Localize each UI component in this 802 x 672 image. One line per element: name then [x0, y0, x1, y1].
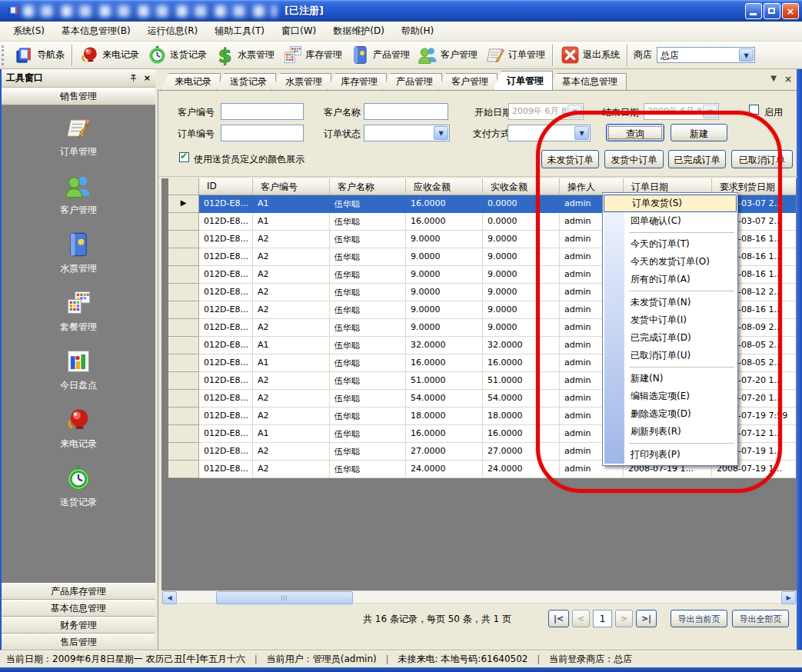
toolbar-button-customers[interactable]: 客户管理: [414, 44, 481, 67]
sidebar-group-产品库存管理[interactable]: 产品库存管理: [2, 583, 155, 600]
cell-id: 012D-E8...: [199, 390, 253, 408]
horizontal-scrollbar[interactable]: ◀ ▶: [161, 590, 797, 604]
toolbar-button-exit[interactable]: 退出系统: [556, 44, 624, 67]
status-filter-button-未发货订单[interactable]: 未发货订单: [541, 150, 599, 168]
toolbar-grip[interactable]: [2, 45, 8, 65]
tab-库存管理[interactable]: 库存管理: [327, 73, 387, 90]
order-no-input[interactable]: [221, 125, 304, 141]
tab-订单管理[interactable]: 订单管理: [493, 71, 553, 90]
cell-received: 54.0000: [483, 390, 560, 408]
menubar-item-5[interactable]: 窗口(W): [273, 22, 324, 41]
column-header-ID[interactable]: ID: [199, 178, 253, 195]
menubar-item-7[interactable]: 帮助(H): [393, 22, 442, 41]
sidebar-section-sales[interactable]: 销售管理: [2, 88, 155, 105]
context-menu-item-打印列表(P)[interactable]: 打印列表(P): [603, 446, 737, 464]
tab-来电记录[interactable]: 来电记录: [161, 73, 221, 90]
tab-水票管理[interactable]: 水票管理: [271, 73, 331, 90]
sidebar-group-财务管理[interactable]: 财务管理: [2, 617, 155, 634]
context-menu-item-所有的订单(A)[interactable]: 所有的订单(A): [603, 271, 737, 288]
column-header-客户名称[interactable]: 客户名称: [330, 178, 406, 195]
context-menu-item-已完成订单(D)[interactable]: 已完成订单(D): [603, 329, 737, 347]
maximize-button[interactable]: [764, 3, 780, 19]
sidebar-group-售后管理[interactable]: 售后管理: [2, 634, 155, 650]
delivery-color-checkbox[interactable]: [179, 152, 189, 162]
combo-arrow-icon[interactable]: ▼: [574, 126, 589, 140]
menubar-item-1[interactable]: 系统(S): [5, 22, 53, 41]
context-menu-item-回单确认(C)[interactable]: 回单确认(C): [603, 212, 737, 230]
menubar-item-2[interactable]: 基本信息管理(B): [53, 22, 139, 41]
context-menu-item-未发货订单(N)[interactable]: 未发货订单(N): [603, 294, 737, 311]
sidebar-item-送货记录[interactable]: 送货记录: [2, 464, 155, 512]
combo-arrow-icon[interactable]: ▼: [567, 105, 582, 118]
combo-arrow-icon[interactable]: ▼: [434, 126, 448, 140]
end-date-picker[interactable]: 2009年 6月 8日 ▼: [644, 103, 719, 120]
chevron-down-icon[interactable]: ▼: [770, 74, 777, 85]
close-icon[interactable]: ×: [144, 73, 151, 83]
query-button[interactable]: 查询: [606, 124, 664, 141]
toolbar-button-product-book[interactable]: 产品管理: [346, 44, 414, 67]
sidebar-item-订单管理[interactable]: 订单管理: [2, 114, 155, 161]
menubar-item-3[interactable]: 运行信息(R): [139, 22, 207, 41]
tab-送货记录[interactable]: 送货记录: [216, 73, 276, 90]
context-menu-item-今天的发货订单(O)[interactable]: 今天的发货订单(O): [603, 253, 737, 271]
last-page-button[interactable]: >|: [636, 610, 657, 627]
customer-name-input[interactable]: [364, 103, 448, 120]
menubar-item-4[interactable]: 辅助工具(T): [206, 22, 273, 41]
column-header-应收金额[interactable]: 应收金额: [406, 178, 483, 195]
pay-method-combo[interactable]: ▼: [507, 125, 591, 141]
scroll-left-icon[interactable]: ◀: [162, 591, 177, 604]
status-filter-button-已取消订单[interactable]: 已取消订单: [731, 150, 793, 168]
row-indicator: [168, 266, 199, 284]
combo-arrow-icon[interactable]: ▼: [739, 48, 754, 62]
status-filter-button-已完成订单[interactable]: 已完成订单: [668, 150, 726, 168]
tab-close-icon[interactable]: ×: [784, 74, 792, 85]
first-page-button[interactable]: |<: [548, 610, 569, 627]
status-filter-button-发货中订单[interactable]: 发货中订单: [604, 150, 664, 168]
tab-产品管理[interactable]: 产品管理: [382, 73, 442, 90]
scrollbar-thumb[interactable]: [216, 591, 353, 604]
scroll-right-icon[interactable]: ▶: [781, 591, 796, 604]
sidebar-item-套餐管理[interactable]: 套餐管理: [2, 289, 155, 337]
column-header-实收金额[interactable]: 实收金额: [483, 178, 560, 195]
toolbar-button-dollar[interactable]: $水票管理: [211, 44, 278, 67]
customer-no-input[interactable]: [221, 103, 304, 120]
toolbar-button-label: 产品管理: [373, 48, 410, 62]
toolbar-button-bell[interactable]: 来电记录: [75, 44, 143, 67]
context-menu-item-今天的订单(T)[interactable]: 今天的订单(T): [603, 235, 737, 253]
toolbar-button-nav-book[interactable]: 导航条: [10, 44, 68, 67]
export-all-pages-button[interactable]: 导出全部页: [732, 610, 789, 627]
pin-icon[interactable]: [129, 74, 138, 82]
order-status-combo[interactable]: ▼: [364, 125, 450, 141]
prev-page-button[interactable]: <: [572, 610, 590, 627]
page-number-input[interactable]: 1: [593, 610, 612, 627]
new-button[interactable]: 新建: [671, 124, 727, 141]
context-menu-item-订单发货(S)[interactable]: 订单发货(S): [604, 195, 737, 212]
minimize-button[interactable]: [745, 3, 762, 19]
sidebar-item-来电记录[interactable]: 来电记录: [2, 406, 155, 454]
toolbar-button-clock[interactable]: 送货记录: [143, 44, 211, 67]
context-menu-item-删除选定项(D)[interactable]: 删除选定项(D): [603, 405, 737, 423]
context-menu-item-刷新列表(R)[interactable]: 刷新列表(R): [603, 423, 737, 441]
chart-icon: [65, 348, 92, 375]
shop-combo[interactable]: 总店▼: [657, 47, 755, 63]
tab-客户管理[interactable]: 客户管理: [438, 73, 498, 90]
enable-checkbox[interactable]: [749, 105, 759, 115]
context-menu-item-新建(N)[interactable]: 新建(N): [603, 370, 737, 388]
close-button[interactable]: ×: [782, 3, 799, 19]
context-menu-item-发货中订单(I)[interactable]: 发货中订单(I): [603, 311, 737, 329]
export-current-page-button[interactable]: 导出当前页: [671, 610, 727, 627]
context-menu-item-编辑选定项(E)[interactable]: 编辑选定项(E): [603, 388, 737, 405]
column-header-客户编号[interactable]: 客户编号: [253, 178, 330, 195]
menubar-item-6[interactable]: 数据维护(D): [324, 22, 393, 41]
start-date-picker[interactable]: 2009年 6月 8日 ▼: [508, 103, 584, 120]
sidebar-group-基本信息管理[interactable]: 基本信息管理: [2, 600, 155, 617]
toolbar-button-inventory-grid[interactable]: 库存管理: [278, 44, 346, 67]
sidebar-item-客户管理[interactable]: 客户管理: [2, 172, 155, 220]
combo-arrow-icon[interactable]: ▼: [703, 105, 717, 118]
next-page-button[interactable]: >: [615, 610, 633, 627]
toolbar-button-order-scroll[interactable]: 订单管理: [481, 44, 549, 67]
tab-基本信息管理[interactable]: 基本信息管理: [548, 73, 627, 90]
context-menu-item-已取消订单(U)[interactable]: 已取消订单(U): [603, 347, 737, 364]
sidebar-item-今日盘点[interactable]: 今日盘点: [2, 348, 155, 395]
sidebar-item-水票管理[interactable]: 水票管理: [2, 231, 155, 278]
